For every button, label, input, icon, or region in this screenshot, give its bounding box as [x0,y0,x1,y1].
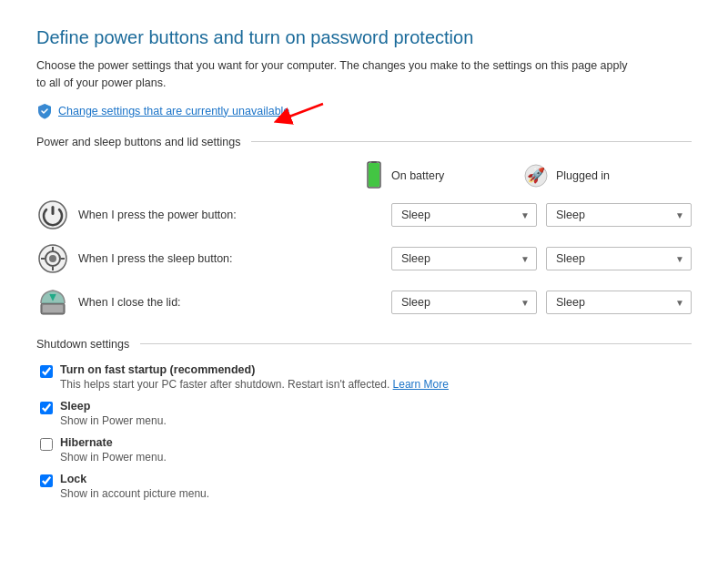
sleep-button-label: When I press the sleep button: [78,252,391,265]
svg-rect-8 [52,206,55,215]
hibernate-item: Hibernate Show in Power menu. [36,436,692,464]
power-button-icon [36,199,69,231]
sleep-shutdown-title: Sleep [60,400,167,413]
shutdown-section-header: Shutdown settings [36,338,692,351]
svg-rect-4 [369,163,379,187]
plugged-in-header: 🚀 Plugged in [523,161,682,190]
svg-rect-17 [43,305,63,312]
sleep-button-icon [36,242,69,275]
shutdown-section: Shutdown settings Turn on fast startup (… [36,338,692,500]
svg-line-0 [282,104,323,119]
power-button-label: When I press the power button: [78,209,391,221]
svg-text:🚀: 🚀 [527,167,545,184]
lock-item: Lock Show in account picture menu. [36,473,692,500]
lid-icon [36,286,69,319]
lock-checkbox[interactable] [40,474,53,487]
power-button-on-battery-select[interactable]: Do nothing Sleep Hibernate Shut down [391,203,537,227]
sleep-shutdown-description: Show in Power menu. [60,414,167,427]
power-icon-svg [37,199,68,230]
fast-startup-title: Turn on fast startup (recommended) [60,363,449,376]
sleep-button-dropdowns: Do nothing Sleep Hibernate Shut down ▼ D… [391,247,692,270]
power-button-row: When I press the power button: Do nothin… [36,198,692,232]
fast-startup-description: This helps start your PC faster after sh… [60,378,449,391]
lid-icon-svg [37,287,68,318]
hibernate-checkbox[interactable] [40,438,53,451]
sleep-shutdown-item: Sleep Show in Power menu. [36,400,692,427]
red-arrow-annotation [273,99,328,127]
svg-rect-3 [371,161,377,163]
lid-dropdowns: Do nothing Sleep Hibernate Shut down ▼ D… [391,291,692,314]
sleep-shutdown-content: Sleep Show in Power menu. [60,400,167,427]
on-battery-header: On battery [364,161,523,190]
power-sleep-section-header: Power and sleep buttons and lid settings [36,136,692,148]
power-button-plugged-in-dropdown[interactable]: Do nothing Sleep Hibernate Shut down ▼ [546,203,692,227]
change-settings-link[interactable]: Change settings that are currently unava… [58,105,289,117]
lid-on-battery-dropdown[interactable]: Do nothing Sleep Hibernate Shut down ▼ [391,291,537,314]
fast-startup-content: Turn on fast startup (recommended) This … [60,363,449,391]
lock-title: Lock [60,473,209,485]
sleep-button-plugged-in-dropdown[interactable]: Do nothing Sleep Hibernate Shut down ▼ [546,247,692,270]
columns-header-row: On battery 🚀 Plugged in [36,161,692,190]
page-description: Choose the power settings that you want … [36,57,637,92]
lid-row: When I close the lid: Do nothing Sleep H… [36,285,692,320]
sleep-button-row: When I press the sleep button: Do nothin… [36,241,692,276]
hibernate-title: Hibernate [60,436,167,449]
fast-startup-checkbox[interactable] [40,365,53,378]
power-button-plugged-in-select[interactable]: Do nothing Sleep Hibernate Shut down [546,203,692,227]
sleep-button-on-battery-select[interactable]: Do nothing Sleep Hibernate Shut down [391,247,537,270]
power-button-dropdowns: Do nothing Sleep Hibernate Shut down ▼ D… [391,203,692,227]
learn-more-link[interactable]: Learn More [393,378,449,391]
sleep-button-plugged-in-select[interactable]: Do nothing Sleep Hibernate Shut down [546,247,692,270]
hibernate-content: Hibernate Show in Power menu. [60,436,167,464]
shield-icon [36,103,53,119]
power-button-on-battery-dropdown[interactable]: Do nothing Sleep Hibernate Shut down ▼ [391,203,537,227]
fast-startup-item: Turn on fast startup (recommended) This … [36,363,692,391]
change-settings-row: Change settings that are currently unava… [36,103,692,119]
sleep-shutdown-checkbox[interactable] [40,402,53,414]
plugged-in-icon: 🚀 [523,163,549,189]
lock-content: Lock Show in account picture menu. [60,473,209,500]
lid-plugged-in-select[interactable]: Do nothing Sleep Hibernate Shut down [546,291,692,314]
page-title: Define power buttons and turn on passwor… [36,27,692,48]
sleep-button-on-battery-dropdown[interactable]: Do nothing Sleep Hibernate Shut down ▼ [391,247,537,270]
lid-on-battery-select[interactable]: Do nothing Sleep Hibernate Shut down [391,291,537,314]
svg-point-11 [49,255,56,262]
lid-plugged-in-dropdown[interactable]: Do nothing Sleep Hibernate Shut down ▼ [546,291,692,314]
lock-description: Show in account picture menu. [60,487,209,500]
hibernate-description: Show in Power menu. [60,451,167,464]
sleep-icon-svg [37,243,68,274]
lid-label: When I close the lid: [78,296,391,309]
battery-icon [364,161,384,190]
